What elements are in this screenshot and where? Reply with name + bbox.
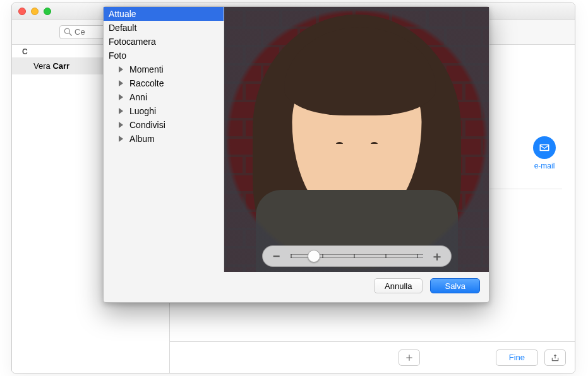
minimize-window-button[interactable] <box>31 8 39 15</box>
popover-footer: Annulla Salva <box>104 272 489 302</box>
add-field-button[interactable] <box>399 350 420 366</box>
source-current[interactable]: Attuale <box>104 7 224 21</box>
email-label: e-mail <box>525 162 563 170</box>
source-years[interactable]: Anni <box>104 90 224 104</box>
share-icon <box>551 353 560 362</box>
email-action[interactable]: e-mail <box>525 136 563 170</box>
source-camera[interactable]: Fotocamera <box>104 35 224 49</box>
chevron-right-icon <box>119 136 123 142</box>
photo-preview[interactable]: − ＋ <box>224 7 489 272</box>
photo-picker-popover: Attuale Default Fotocamera Foto Momenti … <box>103 6 489 303</box>
save-button[interactable]: Salva <box>430 278 480 293</box>
close-window-button[interactable] <box>18 8 26 15</box>
chevron-right-icon <box>119 122 123 128</box>
detail-footer: Fine <box>170 341 575 373</box>
source-shared[interactable]: Condivisi <box>104 118 224 132</box>
maximize-window-button[interactable] <box>44 8 51 15</box>
chevron-right-icon <box>119 94 123 100</box>
chevron-right-icon <box>119 108 123 114</box>
done-button[interactable]: Fine <box>496 350 538 366</box>
share-button[interactable] <box>544 350 566 366</box>
mail-icon <box>533 136 556 159</box>
zoom-slider[interactable]: − ＋ <box>262 245 452 267</box>
svg-line-1 <box>69 33 72 36</box>
source-photos[interactable]: Foto <box>104 49 224 62</box>
zoom-track[interactable] <box>291 254 423 258</box>
plus-icon <box>405 353 414 362</box>
cancel-button[interactable]: Annulla <box>374 278 423 293</box>
source-collections[interactable]: Raccolte <box>104 76 224 90</box>
traffic-lights <box>18 8 51 15</box>
zoom-in-button[interactable]: ＋ <box>429 249 445 264</box>
contact-firstname: Vera <box>33 61 51 71</box>
photo-source-list: Attuale Default Fotocamera Foto Momenti … <box>104 7 224 272</box>
zoom-out-button[interactable]: − <box>269 249 284 264</box>
zoom-knob[interactable] <box>308 250 320 262</box>
search-icon <box>64 28 72 36</box>
chevron-right-icon <box>119 66 123 73</box>
source-default[interactable]: Default <box>104 21 224 35</box>
source-album[interactable]: Album <box>104 132 224 146</box>
source-places[interactable]: Luoghi <box>104 104 224 118</box>
source-moments[interactable]: Momenti <box>104 62 224 76</box>
chevron-right-icon <box>119 80 123 86</box>
contact-lastname: Carr <box>52 61 69 71</box>
